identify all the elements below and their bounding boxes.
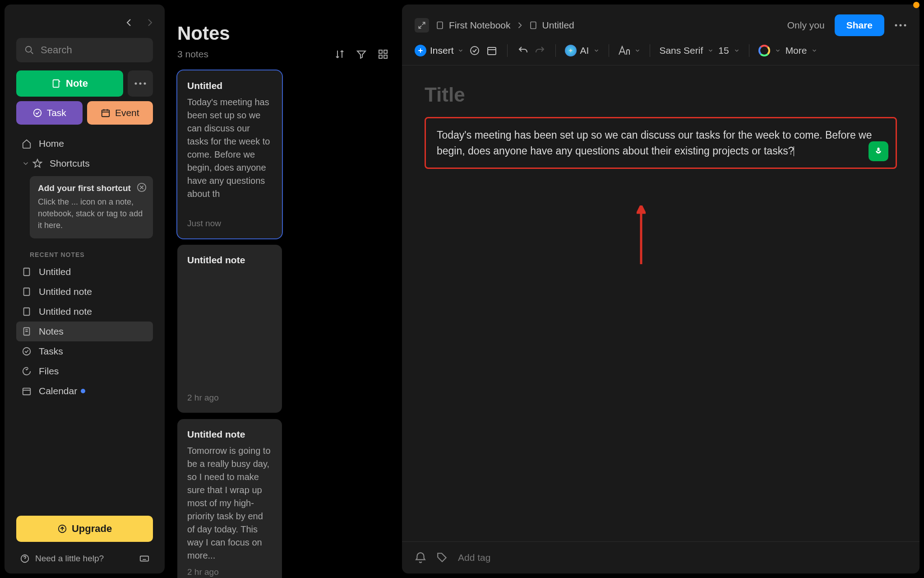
font-family-label: Sans Serif bbox=[659, 45, 703, 56]
new-note-label: Note bbox=[66, 78, 88, 89]
chevron-down-icon bbox=[775, 47, 781, 54]
chevron-down-icon bbox=[457, 47, 464, 54]
svg-rect-16 bbox=[140, 556, 148, 561]
breadcrumb-note[interactable]: Untitled bbox=[542, 20, 574, 31]
notebook-icon bbox=[435, 21, 444, 30]
notes-heading: Notes bbox=[177, 23, 389, 44]
svg-rect-20 bbox=[384, 55, 387, 58]
svg-rect-17 bbox=[379, 50, 382, 53]
shortcut-tip-title: Add your first shortcut bbox=[38, 183, 145, 193]
upgrade-button[interactable]: Upgrade bbox=[16, 516, 153, 542]
recent-note-1[interactable]: Untitled note bbox=[16, 282, 153, 302]
mic-icon bbox=[874, 147, 883, 156]
svg-point-12 bbox=[23, 348, 31, 355]
event-calendar-icon bbox=[101, 108, 111, 118]
shortcut-tip-close[interactable] bbox=[137, 182, 147, 192]
star-icon bbox=[32, 158, 42, 168]
more-format-button[interactable]: More bbox=[785, 45, 818, 56]
undo-icon[interactable] bbox=[517, 44, 529, 57]
note-card-0[interactable]: Untitled Today's meeting has been set up… bbox=[177, 70, 282, 238]
recent-note-2[interactable]: Untitled note bbox=[16, 302, 153, 322]
font-family-select[interactable]: Sans Serif bbox=[659, 45, 714, 56]
new-event-button[interactable]: Event bbox=[87, 101, 153, 125]
breadcrumb-notebook[interactable]: First Notebook bbox=[449, 20, 511, 31]
ai-avatar-icon: ✦ bbox=[565, 45, 577, 56]
editor-body[interactable]: Title Today's meeting has been set up so… bbox=[402, 65, 919, 541]
notes-count: 3 notes bbox=[177, 49, 208, 60]
note-card-body: Today's meeting has been set up so we ca… bbox=[187, 96, 272, 214]
note-card-body: Tomorrow is going to be a really busy da… bbox=[187, 444, 272, 563]
nav-notes[interactable]: Notes bbox=[16, 322, 153, 341]
chevron-down-icon bbox=[734, 47, 740, 54]
keyboard-icon[interactable] bbox=[139, 554, 149, 564]
editor-more-button[interactable] bbox=[894, 21, 907, 29]
sort-icon[interactable] bbox=[333, 48, 346, 61]
nav-home-label: Home bbox=[39, 138, 64, 149]
help-label[interactable]: Need a little help? bbox=[35, 554, 104, 564]
note-card-body bbox=[187, 270, 272, 388]
nav-home[interactable]: Home bbox=[16, 134, 153, 154]
nav-shortcuts[interactable]: Shortcuts bbox=[16, 154, 153, 173]
chevron-down-icon bbox=[22, 159, 30, 168]
notes-pane: Notes 3 notes Untitled Today's meeting h… bbox=[168, 5, 398, 573]
calendar-icon bbox=[22, 386, 32, 396]
files-icon bbox=[22, 366, 32, 376]
toolbar-separator bbox=[650, 44, 650, 57]
add-tag-label[interactable]: Add tag bbox=[458, 552, 490, 563]
text-style-button[interactable] bbox=[618, 46, 641, 56]
search-input[interactable]: Search bbox=[16, 38, 153, 62]
recent-note-0[interactable]: Untitled bbox=[16, 262, 153, 282]
note-card-title: Untitled note bbox=[187, 255, 272, 266]
share-button[interactable]: Share bbox=[835, 14, 884, 36]
note-title-placeholder[interactable]: Title bbox=[425, 84, 897, 106]
svg-rect-8 bbox=[24, 268, 30, 276]
nav-files[interactable]: Files bbox=[16, 361, 153, 381]
search-icon bbox=[24, 45, 34, 55]
nav-calendar[interactable]: Calendar bbox=[16, 381, 153, 401]
new-note-button[interactable]: Note bbox=[16, 70, 123, 97]
tag-icon[interactable] bbox=[436, 552, 448, 564]
dictation-mic-button[interactable] bbox=[869, 141, 888, 161]
reminder-icon[interactable] bbox=[415, 552, 426, 564]
font-size-select[interactable]: 15 bbox=[718, 45, 739, 56]
recent-notes-label: RECENT NOTES bbox=[16, 247, 153, 262]
svg-point-25 bbox=[904, 24, 906, 27]
ai-button[interactable]: ✦ AI bbox=[565, 45, 600, 56]
svg-rect-18 bbox=[384, 50, 387, 53]
svg-rect-10 bbox=[24, 308, 30, 316]
filter-icon[interactable] bbox=[355, 48, 368, 61]
new-task-button[interactable]: Task bbox=[16, 101, 83, 125]
toolbar-separator bbox=[749, 44, 749, 57]
nav-back-icon[interactable] bbox=[123, 16, 135, 29]
upgrade-label: Upgrade bbox=[72, 523, 112, 535]
view-grid-icon[interactable] bbox=[377, 48, 389, 61]
note-card-title: Untitled bbox=[187, 80, 272, 91]
insert-button[interactable]: Insert bbox=[415, 45, 464, 56]
home-icon bbox=[22, 139, 32, 149]
svg-point-5 bbox=[33, 109, 41, 117]
note-card-1[interactable]: Untitled note 2 hr ago bbox=[177, 245, 282, 413]
chevron-down-icon bbox=[634, 47, 641, 54]
text-color-button[interactable] bbox=[758, 45, 781, 56]
task-icon[interactable] bbox=[468, 44, 481, 57]
new-event-label: Event bbox=[115, 107, 139, 118]
note-icon bbox=[22, 287, 32, 297]
new-note-more-button[interactable] bbox=[128, 70, 153, 97]
new-task-label: Task bbox=[47, 107, 66, 118]
nav-tasks[interactable]: Tasks bbox=[16, 341, 153, 361]
note-card-time: Just now bbox=[187, 219, 272, 228]
svg-point-23 bbox=[895, 24, 897, 27]
task-check-icon bbox=[32, 108, 42, 118]
nav-forward-icon bbox=[143, 16, 156, 29]
note-body-text[interactable]: Today's meeting has been set up so we ca… bbox=[437, 129, 872, 157]
svg-rect-6 bbox=[102, 110, 110, 117]
note-card-2[interactable]: Untitled note Tomorrow is going to be a … bbox=[177, 419, 282, 578]
note-plus-icon bbox=[51, 79, 61, 89]
svg-point-2 bbox=[135, 83, 137, 85]
more-format-label: More bbox=[785, 45, 807, 56]
expand-note-button[interactable] bbox=[415, 18, 429, 33]
window-modified-dot bbox=[913, 2, 919, 8]
ai-label: AI bbox=[580, 45, 589, 56]
svg-rect-22 bbox=[531, 22, 536, 29]
calendar-insert-icon[interactable] bbox=[485, 44, 498, 57]
